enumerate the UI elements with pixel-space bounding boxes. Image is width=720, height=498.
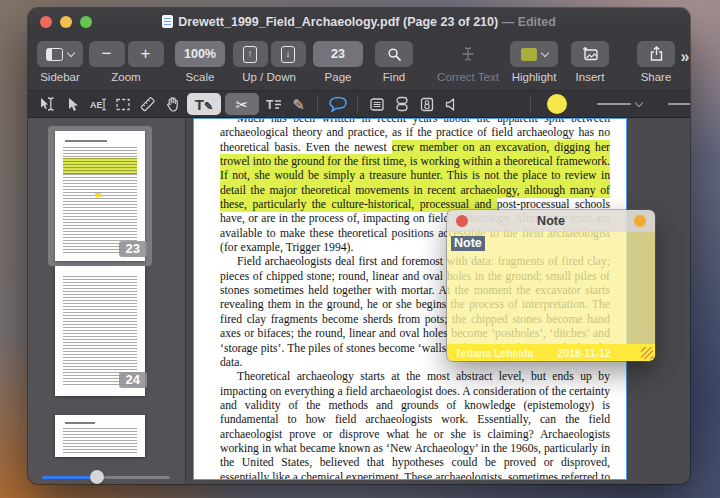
attachment-tool[interactable]	[414, 93, 439, 115]
minimize-button[interactable]	[60, 16, 72, 28]
marquee-icon	[115, 97, 131, 112]
note-window[interactable]: Note Note Tetiana Leheida 2018-11-12	[447, 210, 655, 361]
find-group: Find	[374, 41, 414, 83]
line-style-icon	[597, 103, 631, 105]
zoom-in-button[interactable]: +	[128, 41, 164, 67]
share-group: Share	[634, 41, 678, 83]
page-23-badge: 23	[119, 241, 147, 257]
note-resize-grip[interactable]	[641, 347, 653, 359]
chevron-down-icon	[540, 48, 548, 56]
note-author: Tetiana Leheida	[455, 347, 534, 359]
insert-label: Insert	[568, 71, 612, 83]
annotate-text-tool[interactable]: T✎	[187, 93, 221, 115]
scale-button[interactable]: 100%	[175, 41, 225, 67]
toolbar-separator	[357, 95, 358, 113]
note-footer: Tetiana Leheida 2018-11-12	[447, 344, 655, 361]
toolbar-separator	[317, 95, 318, 113]
highlight-label: Highlight	[508, 71, 560, 83]
zoom-out-button[interactable]: −	[89, 41, 125, 67]
note-tool[interactable]	[324, 93, 351, 115]
sidebar-icon	[46, 48, 63, 61]
highlight-swatch	[521, 48, 537, 61]
sidebar-label: Sidebar	[36, 71, 84, 83]
pdf-doc-icon	[162, 15, 173, 28]
hand-icon	[165, 96, 180, 112]
thumbnail-size-slider[interactable]	[42, 470, 170, 484]
toolbar-separator	[530, 95, 531, 113]
search-icon	[387, 47, 402, 62]
edit-text-icon: AE	[89, 97, 107, 112]
thumb-text-lines	[63, 428, 137, 454]
line-weight-dropdown[interactable]	[668, 103, 690, 105]
highlight-color-button[interactable]	[510, 41, 558, 67]
sound-tool[interactable]	[439, 93, 464, 115]
more-tools-button[interactable]: »	[677, 48, 690, 66]
speaker-icon	[444, 97, 459, 112]
note-titlebar[interactable]: Note	[447, 210, 655, 232]
page-down-button[interactable]: ↓	[271, 41, 306, 67]
highlight-group: Highlight	[508, 41, 560, 83]
slider-fill	[42, 476, 97, 479]
text-box-icon: T	[265, 97, 283, 111]
find-label: Find	[374, 71, 414, 83]
updown-label: Up / Down	[232, 71, 306, 83]
edit-text-tool[interactable]: AE	[85, 93, 110, 115]
insert-button[interactable]	[571, 41, 609, 67]
page-number-field[interactable]: 23	[313, 41, 363, 67]
thumbnail-sidebar: 23 24	[28, 118, 186, 484]
page-24-badge: 24	[119, 372, 147, 388]
line-style-dropdown[interactable]	[597, 103, 642, 106]
line-weight-icon	[668, 103, 690, 105]
select-text-tool[interactable]	[35, 93, 60, 115]
share-button[interactable]	[637, 41, 675, 67]
window-title: Drewett_1999_Field_Archaeology.pdf (Page…	[28, 15, 690, 29]
note-selected-text[interactable]: Note	[451, 236, 485, 251]
svg-text:T: T	[266, 98, 274, 112]
note-text-tool[interactable]	[364, 93, 389, 115]
snapshot-tool[interactable]: ✂	[225, 93, 259, 115]
marquee-tool[interactable]	[110, 93, 135, 115]
thumb-note-icon	[95, 193, 101, 197]
hand-tool[interactable]	[160, 93, 185, 115]
scale-label: Scale	[174, 71, 226, 83]
text-box-tool[interactable]: T	[261, 93, 286, 115]
ruler-tool[interactable]	[135, 93, 160, 115]
pencil-tool[interactable]: ✎	[286, 93, 311, 115]
note-body[interactable]: Note	[447, 232, 655, 344]
page-label: Page	[312, 71, 364, 83]
pointer-icon	[66, 97, 80, 112]
note-window-title: Note	[537, 214, 565, 228]
note-close-button[interactable]	[456, 215, 468, 227]
insert-group: Insert	[568, 41, 612, 83]
pointer-tool[interactable]	[60, 93, 85, 115]
find-button[interactable]	[375, 41, 413, 67]
thumb-highlight	[63, 158, 137, 174]
document-title-text: Drewett_1999_Field_Archaeology.pdf (Page…	[178, 15, 498, 29]
zoom-group: − + Zoom	[88, 41, 164, 83]
main-toolbar: Sidebar − + Zoom 100% Scale ↑ ↓ Up / Dow…	[28, 36, 690, 90]
zoom-window-button[interactable]	[80, 16, 92, 28]
ruler-icon	[139, 96, 156, 112]
note-color-button[interactable]	[634, 215, 646, 227]
traffic-lights	[40, 16, 92, 28]
arrow-down-icon: ↓	[281, 46, 295, 63]
scissors-icon: ✂	[236, 97, 249, 112]
chevron-down-icon	[635, 98, 643, 106]
sidebar-toggle-button[interactable]	[37, 41, 83, 67]
annotation-toolbar: AE T✎ ✂	[28, 90, 690, 118]
correct-text-group: Correct Text	[432, 41, 504, 83]
insert-image-icon	[582, 46, 599, 62]
app-window: Drewett_1999_Field_Archaeology.pdf (Page…	[28, 8, 690, 484]
select-text-icon	[39, 96, 56, 112]
slider-knob[interactable]	[90, 470, 104, 484]
stamp-tool[interactable]	[389, 93, 414, 115]
close-button[interactable]	[40, 16, 52, 28]
thumbnail-page-25[interactable]	[55, 415, 145, 457]
thumb-heading	[65, 422, 95, 424]
thumbnail-page-24[interactable]: 24	[55, 266, 145, 396]
annotation-color-swatch[interactable]	[547, 94, 567, 114]
correct-text-icon	[460, 46, 476, 62]
thumbnail-selection: 23	[48, 126, 152, 266]
page-up-button[interactable]: ↑	[233, 41, 268, 67]
arrow-up-icon: ↑	[243, 46, 257, 63]
